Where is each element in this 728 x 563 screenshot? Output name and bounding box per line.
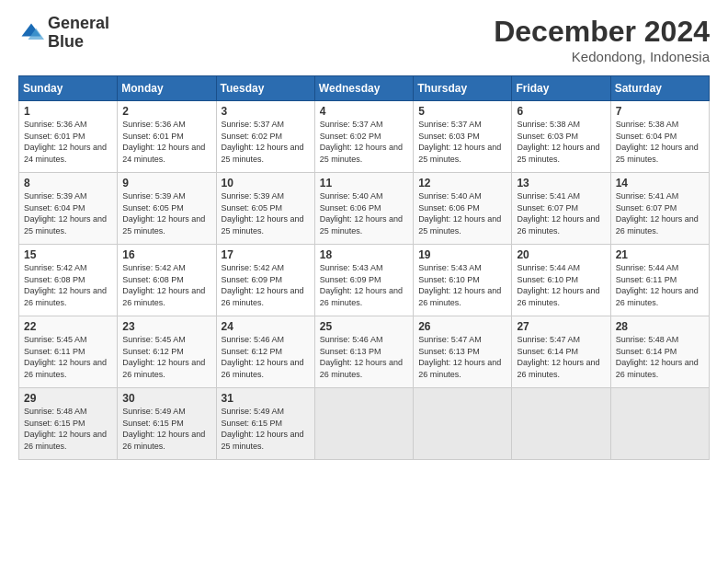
- day-info: Sunrise: 5:40 AMSunset: 6:06 PMDaylight:…: [418, 191, 501, 236]
- day-number: 20: [517, 248, 605, 261]
- calendar-week-row: 22 Sunrise: 5:45 AMSunset: 6:11 PMDaylig…: [19, 316, 710, 388]
- day-number: 29: [24, 392, 112, 405]
- day-info: Sunrise: 5:40 AMSunset: 6:06 PMDaylight:…: [320, 191, 403, 236]
- day-info: Sunrise: 5:39 AMSunset: 6:04 PMDaylight:…: [24, 191, 107, 236]
- title-block: December 2024 Kedondong, Indonesia: [494, 15, 710, 64]
- calendar-cell: 23 Sunrise: 5:45 AMSunset: 6:12 PMDaylig…: [118, 316, 216, 388]
- day-number: 25: [320, 320, 408, 333]
- day-number: 30: [122, 392, 210, 405]
- logo: General Blue: [18, 15, 109, 52]
- day-info: Sunrise: 5:37 AMSunset: 6:03 PMDaylight:…: [418, 120, 501, 164]
- calendar-header-row: SundayMondayTuesdayWednesdayThursdayFrid…: [19, 76, 710, 101]
- header-day-friday: Friday: [512, 76, 610, 101]
- calendar-cell: 20 Sunrise: 5:44 AMSunset: 6:10 PMDaylig…: [512, 245, 610, 316]
- day-info: Sunrise: 5:46 AMSunset: 6:13 PMDaylight:…: [320, 335, 403, 379]
- day-info: Sunrise: 5:41 AMSunset: 6:07 PMDaylight:…: [616, 191, 699, 236]
- calendar-week-row: 15 Sunrise: 5:42 AMSunset: 6:08 PMDaylig…: [19, 245, 710, 316]
- calendar-week-row: 8 Sunrise: 5:39 AMSunset: 6:04 PMDayligh…: [19, 173, 710, 245]
- day-info: Sunrise: 5:45 AMSunset: 6:11 PMDaylight:…: [24, 335, 107, 379]
- day-info: Sunrise: 5:47 AMSunset: 6:14 PMDaylight:…: [517, 335, 599, 379]
- day-info: Sunrise: 5:37 AMSunset: 6:02 PMDaylight:…: [222, 120, 304, 164]
- day-number: 14: [616, 177, 704, 190]
- calendar-cell: 8 Sunrise: 5:39 AMSunset: 6:04 PMDayligh…: [19, 173, 118, 245]
- day-info: Sunrise: 5:39 AMSunset: 6:05 PMDaylight:…: [122, 191, 205, 236]
- day-number: 13: [517, 177, 605, 190]
- day-info: Sunrise: 5:46 AMSunset: 6:12 PMDaylight:…: [222, 335, 304, 379]
- day-number: 27: [517, 320, 605, 333]
- day-info: Sunrise: 5:44 AMSunset: 6:10 PMDaylight:…: [517, 263, 599, 307]
- calendar-cell: 3 Sunrise: 5:37 AMSunset: 6:02 PMDayligh…: [216, 101, 314, 173]
- calendar-cell: 26 Sunrise: 5:47 AMSunset: 6:13 PMDaylig…: [414, 316, 512, 388]
- day-info: Sunrise: 5:36 AMSunset: 6:01 PMDaylight:…: [24, 120, 107, 164]
- day-number: 12: [418, 177, 506, 190]
- location: Kedondong, Indonesia: [494, 49, 710, 64]
- day-info: Sunrise: 5:38 AMSunset: 6:03 PMDaylight:…: [517, 120, 599, 164]
- day-info: Sunrise: 5:47 AMSunset: 6:13 PMDaylight:…: [418, 335, 501, 379]
- calendar-cell: 12 Sunrise: 5:40 AMSunset: 6:06 PMDaylig…: [414, 173, 512, 245]
- calendar-cell: 22 Sunrise: 5:45 AMSunset: 6:11 PMDaylig…: [19, 316, 118, 388]
- day-number: 23: [122, 320, 210, 333]
- calendar-cell: 15 Sunrise: 5:42 AMSunset: 6:08 PMDaylig…: [19, 245, 118, 316]
- calendar-cell: 31 Sunrise: 5:49 AMSunset: 6:15 PMDaylig…: [216, 388, 314, 460]
- calendar-cell: 13 Sunrise: 5:41 AMSunset: 6:07 PMDaylig…: [512, 173, 610, 245]
- day-info: Sunrise: 5:48 AMSunset: 6:15 PMDaylight:…: [24, 407, 107, 451]
- calendar-cell: 11 Sunrise: 5:40 AMSunset: 6:06 PMDaylig…: [314, 173, 413, 245]
- calendar-cell: 10 Sunrise: 5:39 AMSunset: 6:05 PMDaylig…: [216, 173, 314, 245]
- header: General Blue December 2024 Kedondong, In…: [18, 15, 710, 64]
- day-info: Sunrise: 5:42 AMSunset: 6:09 PMDaylight:…: [222, 263, 304, 307]
- calendar-cell: [512, 388, 610, 460]
- calendar-cell: 6 Sunrise: 5:38 AMSunset: 6:03 PMDayligh…: [512, 101, 610, 173]
- day-info: Sunrise: 5:43 AMSunset: 6:10 PMDaylight:…: [418, 263, 501, 307]
- day-info: Sunrise: 5:36 AMSunset: 6:01 PMDaylight:…: [122, 120, 205, 164]
- day-info: Sunrise: 5:44 AMSunset: 6:11 PMDaylight:…: [616, 263, 699, 307]
- day-number: 18: [320, 248, 408, 261]
- calendar-cell: 25 Sunrise: 5:46 AMSunset: 6:13 PMDaylig…: [314, 316, 413, 388]
- calendar-cell: [610, 388, 709, 460]
- header-day-wednesday: Wednesday: [314, 76, 413, 101]
- calendar-cell: 30 Sunrise: 5:49 AMSunset: 6:15 PMDaylig…: [118, 388, 216, 460]
- day-number: 17: [222, 248, 310, 261]
- day-number: 16: [122, 248, 210, 261]
- day-number: 24: [222, 320, 310, 333]
- calendar-cell: 2 Sunrise: 5:36 AMSunset: 6:01 PMDayligh…: [118, 101, 216, 173]
- calendar-week-row: 29 Sunrise: 5:48 AMSunset: 6:15 PMDaylig…: [19, 388, 710, 460]
- day-number: 1: [24, 105, 112, 118]
- day-number: 11: [320, 177, 408, 190]
- day-info: Sunrise: 5:49 AMSunset: 6:15 PMDaylight:…: [222, 407, 304, 451]
- day-number: 3: [222, 105, 310, 118]
- calendar-week-row: 1 Sunrise: 5:36 AMSunset: 6:01 PMDayligh…: [19, 101, 710, 173]
- day-number: 31: [222, 392, 310, 405]
- calendar-cell: 27 Sunrise: 5:47 AMSunset: 6:14 PMDaylig…: [512, 316, 610, 388]
- day-info: Sunrise: 5:41 AMSunset: 6:07 PMDaylight:…: [517, 191, 599, 236]
- calendar-cell: 24 Sunrise: 5:46 AMSunset: 6:12 PMDaylig…: [216, 316, 314, 388]
- calendar-cell: 19 Sunrise: 5:43 AMSunset: 6:10 PMDaylig…: [414, 245, 512, 316]
- day-info: Sunrise: 5:39 AMSunset: 6:05 PMDaylight:…: [222, 191, 304, 236]
- header-day-tuesday: Tuesday: [216, 76, 314, 101]
- day-number: 5: [418, 105, 506, 118]
- page-container: General Blue December 2024 Kedondong, In…: [0, 0, 728, 471]
- day-number: 4: [320, 105, 408, 118]
- calendar-cell: 18 Sunrise: 5:43 AMSunset: 6:09 PMDaylig…: [314, 245, 413, 316]
- header-day-saturday: Saturday: [610, 76, 709, 101]
- calendar-cell: 9 Sunrise: 5:39 AMSunset: 6:05 PMDayligh…: [118, 173, 216, 245]
- calendar-cell: 5 Sunrise: 5:37 AMSunset: 6:03 PMDayligh…: [414, 101, 512, 173]
- calendar-cell: [414, 388, 512, 460]
- day-number: 6: [517, 105, 605, 118]
- day-info: Sunrise: 5:37 AMSunset: 6:02 PMDaylight:…: [320, 120, 403, 164]
- calendar-cell: 17 Sunrise: 5:42 AMSunset: 6:09 PMDaylig…: [216, 245, 314, 316]
- calendar-cell: 16 Sunrise: 5:42 AMSunset: 6:08 PMDaylig…: [118, 245, 216, 316]
- calendar-cell: 4 Sunrise: 5:37 AMSunset: 6:02 PMDayligh…: [314, 101, 413, 173]
- day-number: 7: [616, 105, 704, 118]
- header-day-sunday: Sunday: [19, 76, 118, 101]
- calendar-cell: 1 Sunrise: 5:36 AMSunset: 6:01 PMDayligh…: [19, 101, 118, 173]
- day-info: Sunrise: 5:45 AMSunset: 6:12 PMDaylight:…: [122, 335, 205, 379]
- calendar-cell: 7 Sunrise: 5:38 AMSunset: 6:04 PMDayligh…: [610, 101, 709, 173]
- day-number: 2: [122, 105, 210, 118]
- calendar-cell: [314, 388, 413, 460]
- day-info: Sunrise: 5:49 AMSunset: 6:15 PMDaylight:…: [122, 407, 205, 451]
- header-day-thursday: Thursday: [414, 76, 512, 101]
- header-day-monday: Monday: [118, 76, 216, 101]
- calendar-cell: 14 Sunrise: 5:41 AMSunset: 6:07 PMDaylig…: [610, 173, 709, 245]
- day-number: 22: [24, 320, 112, 333]
- day-info: Sunrise: 5:38 AMSunset: 6:04 PMDaylight:…: [616, 120, 699, 164]
